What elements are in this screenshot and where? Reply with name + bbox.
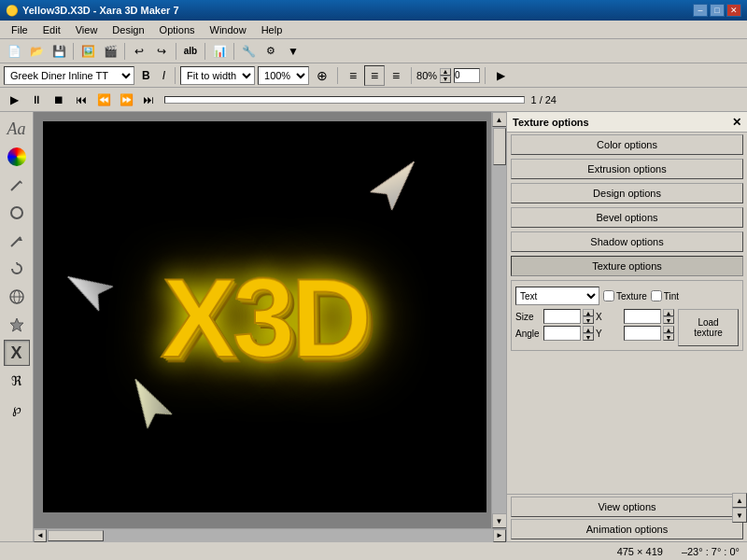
pause-button[interactable]: ⏸ <box>26 90 47 110</box>
fit-selector[interactable]: Fit to width <box>180 66 255 85</box>
menu-file[interactable]: File <box>4 22 35 37</box>
more-button[interactable]: ▼ <box>283 41 303 62</box>
letter-x-button[interactable]: X <box>4 340 30 366</box>
y-down[interactable]: ▼ <box>663 333 674 341</box>
y-up[interactable]: ▲ <box>663 326 674 333</box>
hscroll-left-button[interactable]: ◄ <box>34 529 47 542</box>
special2-button[interactable]: ℘ <box>4 396 30 422</box>
font-selector[interactable]: Greek Diner Inline TT <box>4 66 134 85</box>
texture-checkbox[interactable] <box>603 290 614 301</box>
load-texture-button[interactable]: Load texture <box>678 309 739 346</box>
menu-help[interactable]: Help <box>254 22 290 37</box>
color-tool-button[interactable] <box>4 144 30 170</box>
redo-button[interactable]: ↪ <box>151 41 172 62</box>
angle-up[interactable]: ▲ <box>583 326 594 333</box>
save-button[interactable]: 💾 <box>49 41 69 62</box>
italic-button[interactable]: I <box>158 66 170 85</box>
angle-input[interactable] <box>543 326 581 341</box>
size-down-button[interactable]: ▼ <box>440 76 451 83</box>
svg-point-2 <box>11 207 22 218</box>
x-input[interactable] <box>624 309 661 324</box>
scroll-up-button[interactable]: ▲ <box>492 112 507 127</box>
menu-edit[interactable]: Edit <box>35 22 68 37</box>
undo-button[interactable]: ↩ <box>129 41 149 62</box>
size-down[interactable]: ▼ <box>583 316 594 324</box>
star-tool-button[interactable] <box>4 312 30 338</box>
align-center-button[interactable]: ≡ <box>364 65 385 86</box>
animation-options-button[interactable]: Animation options <box>511 519 743 539</box>
star-icon <box>8 316 25 333</box>
sep4 <box>204 43 205 60</box>
bevel-options-button[interactable]: Bevel options <box>511 207 743 228</box>
globe-tool-button[interactable] <box>4 284 30 310</box>
scroll-thumb[interactable] <box>493 128 506 165</box>
rewind-button[interactable]: ⏮ <box>71 90 92 110</box>
y-input[interactable] <box>624 326 661 341</box>
more2-button[interactable]: ▶ <box>490 65 511 86</box>
bold-button[interactable]: B <box>137 66 155 85</box>
minimize-button[interactable]: – <box>693 4 708 17</box>
size-value-input[interactable] <box>454 68 480 83</box>
play-button[interactable]: ▶ <box>4 90 24 110</box>
back-button[interactable]: ⏪ <box>93 90 114 110</box>
close-button[interactable]: ✕ <box>726 4 741 17</box>
export-button[interactable]: 🖼️ <box>78 41 98 62</box>
menu-options[interactable]: Options <box>152 22 203 37</box>
menu-design[interactable]: Design <box>105 22 151 37</box>
zoom-in-button[interactable]: ⊕ <box>312 65 332 86</box>
size-up-button[interactable]: ▲ <box>440 68 451 76</box>
panel-close-button[interactable]: ✕ <box>732 116 741 129</box>
export2-button[interactable]: 🎬 <box>100 41 120 62</box>
text-tool-button[interactable]: Aa <box>4 116 30 142</box>
align-group: ≡ ≡ ≡ <box>343 65 406 86</box>
hscroll-right-button[interactable]: ► <box>493 529 506 542</box>
text-button[interactable]: alb <box>180 41 201 62</box>
fwd-button[interactable]: ⏩ <box>116 90 136 110</box>
wrench-button[interactable]: 🔧 <box>238 41 259 62</box>
extrusion-options-button[interactable]: Extrusion options <box>511 159 743 179</box>
new-button[interactable]: 📄 <box>4 41 24 62</box>
size-input[interactable] <box>543 309 581 324</box>
hscroll-thumb[interactable] <box>48 530 104 541</box>
color-options-button[interactable]: Color options <box>511 134 743 155</box>
open-button[interactable]: 📂 <box>26 41 47 62</box>
canvas[interactable]: X3D <box>43 121 486 512</box>
scroll-track[interactable]: ▲ ▼ <box>492 127 507 513</box>
texture-type-selector[interactable]: Text <box>515 287 599 305</box>
shadow-options-button[interactable]: Shadow options <box>511 231 743 252</box>
chart-button[interactable]: 📊 <box>209 41 230 62</box>
x-up[interactable]: ▲ <box>663 309 674 316</box>
texture-label-text: Texture <box>616 291 647 301</box>
scrubber[interactable] <box>164 96 525 104</box>
circle-tool-button[interactable] <box>4 200 30 226</box>
menubar: File Edit View Design Options Window Hel… <box>0 21 747 39</box>
view-options-button[interactable]: View options <box>511 497 743 517</box>
align-left-button[interactable]: ≡ <box>343 65 363 86</box>
stop-button[interactable]: ⏹ <box>49 90 69 110</box>
settings-button[interactable]: ⚙ <box>261 41 281 62</box>
size-up[interactable]: ▲ <box>583 309 594 316</box>
maximize-button[interactable]: □ <box>710 4 725 17</box>
scroll-down-button[interactable]: ▼ <box>492 513 507 528</box>
design-options-button[interactable]: Design options <box>511 183 743 203</box>
angle-down[interactable]: ▼ <box>583 333 594 341</box>
menu-view[interactable]: View <box>68 22 106 37</box>
texture-options-button[interactable]: Texture options <box>511 256 743 276</box>
zoom-selector[interactable]: 100% <box>258 66 309 85</box>
menu-window[interactable]: Window <box>203 22 254 37</box>
playbar: ▶ ⏸ ⏹ ⏮ ⏪ ⏩ ⏭ 1 / 24 <box>0 88 747 112</box>
arrow-tool-button[interactable] <box>4 228 30 254</box>
rotate-icon <box>9 261 24 276</box>
canvas-scroll-area[interactable]: X3D <box>34 112 491 528</box>
tint-checkbox[interactable] <box>651 290 662 301</box>
dimensions-label: 475 × 419 <box>617 546 663 557</box>
special1-button[interactable]: ℜ <box>4 368 30 394</box>
x3d-canvas-text: X3D <box>160 254 370 383</box>
rotate-tool-button[interactable] <box>4 256 30 282</box>
sep3 <box>176 43 176 60</box>
hscroll-track[interactable] <box>47 529 493 542</box>
x-down[interactable]: ▼ <box>663 316 674 324</box>
pencil-tool-button[interactable] <box>4 172 30 198</box>
align-right-button[interactable]: ≡ <box>386 65 406 86</box>
end-button[interactable]: ⏭ <box>138 90 159 110</box>
